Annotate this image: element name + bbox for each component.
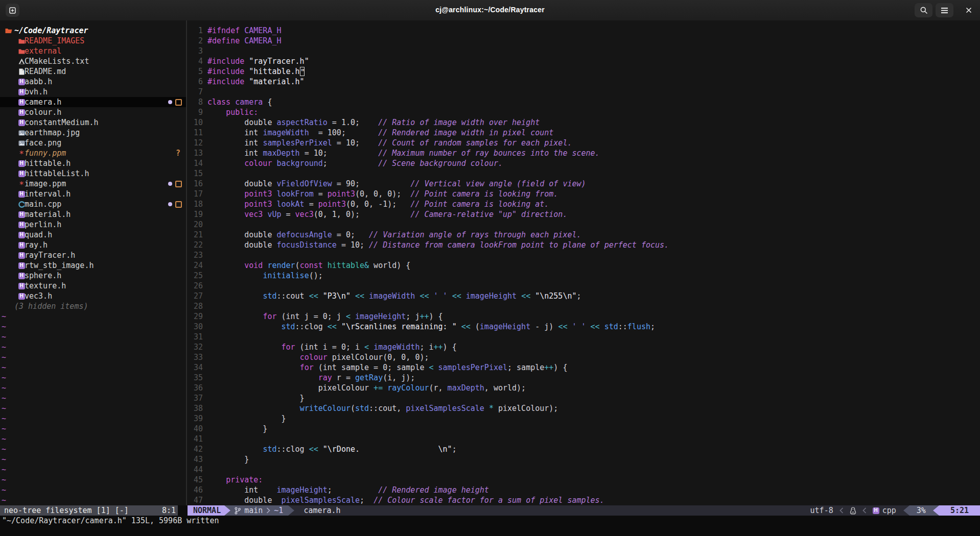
tree-item-aabb-h[interactable]: Haabb.h [0,77,186,87]
tree-item-vec3-h[interactable]: Hvec3.h [0,291,186,301]
code-line[interactable]: 35 ray r = getRay(i, j); [187,373,979,383]
line-text: double pixelSamplesScale; // Colour scal… [207,495,604,505]
powerline-separator [933,505,939,516]
empty-buffer-line: ~ [0,383,186,393]
code-line[interactable]: 34 for (int sample = 0; sample < samples… [187,362,979,373]
code-line[interactable]: 38 writeColour(std::cout, pixelSamplesSc… [187,403,979,413]
code-line[interactable]: 29 for (int j = 0; j < imageHeight; j++)… [187,311,979,322]
tree-item-constantmedium-h[interactable]: HconstantMedium.h [0,117,186,128]
empty-buffer-line: ~ [0,444,186,454]
tree-item-interval-h[interactable]: Hinterval.h [0,189,186,199]
line-text: for (int j = 0; j < imageHeight; j++) { [207,311,443,322]
code-line[interactable]: 47 double pixelSamplesScale; // Colour s… [187,495,979,505]
tree-item-hittablelist-h[interactable]: HhittableList.h [0,168,186,179]
code-line[interactable]: 41 [187,434,979,444]
menu-button[interactable] [936,3,953,17]
code-line[interactable]: 18 point3 lookAt = point3(0, 0, -1); // … [187,199,979,209]
code-line[interactable]: 39 } [187,413,979,424]
tree-item-perlin-h[interactable]: Hperlin.h [0,220,186,230]
code-line[interactable]: 19 vec3 vUp = vec3(0, 1, 0); // Camera-r… [187,209,979,220]
editor-buffer[interactable]: 1#ifndef CAMERA_H2#define CAMERA_H34#inc… [187,26,979,505]
tree-item-earthmap-jpg[interactable]: earthmap.jpg [0,128,186,138]
code-line[interactable]: 28 [187,301,979,311]
code-line[interactable]: 1#ifndef CAMERA_H [187,26,979,36]
code-line[interactable]: 40 } [187,424,979,434]
line-text: int imageHeight; // Rendered image heigh… [207,485,489,495]
tree-item-image-ppm[interactable]: *image.ppm [0,179,186,189]
empty-buffer-line: ~ [0,424,186,434]
tree-item-code-raytracer[interactable]: ~/Code/Raytracer [0,26,186,36]
line-number: 39 [187,413,203,424]
file-tree[interactable]: ~/Code/RaytracerREADME_IMAGESexternalCMa… [0,26,186,505]
powerline-separator [224,505,230,516]
code-line[interactable]: 23 [187,250,979,260]
code-line[interactable]: 43 } [187,454,979,465]
code-line[interactable]: 17 point3 lookFrom = point3(0, 0, 0); //… [187,189,979,199]
h-icon: H [18,160,25,167]
tree-item-readme-images[interactable]: README_IMAGES [0,36,186,46]
tree-item-hittable-h[interactable]: Hhittable.h [0,158,186,168]
code-line[interactable]: 5#include "hittable.h" [187,66,979,77]
code-line[interactable]: 25 initialise(); [187,271,979,281]
tree-item-raytracer-h[interactable]: HrayTracer.h [0,250,186,260]
code-line[interactable]: 2#define CAMERA_H [187,36,979,46]
filetype-label: cpp [882,505,896,516]
close-button[interactable] [961,3,976,17]
code-line[interactable]: 45 private: [187,475,979,485]
tree-item-main-cpp[interactable]: main.cpp [0,199,186,209]
search-button[interactable] [915,3,932,17]
code-line[interactable]: 8class camera { [187,97,979,107]
line-number: 9 [187,107,203,117]
code-line[interactable]: 27 std::cout << "P3\n" << imageWidth << … [187,291,979,301]
tree-item-face-png[interactable]: face.png [0,138,186,148]
code-line[interactable]: 44 [187,465,979,475]
tree-item-material-h[interactable]: Hmaterial.h [0,209,186,220]
code-line[interactable]: 12 int samplesPerPixel = 10; // Count of… [187,138,979,148]
harpoon-indicator: ~1 [274,505,283,516]
code-line[interactable]: 7 [187,87,979,97]
code-line[interactable]: 42 std::clog << "\rDone. \n"; [187,444,979,454]
tree-item-ray-h[interactable]: Hray.h [0,240,186,250]
tree-item-readme-md[interactable]: README.md [0,66,186,77]
code-line[interactable]: 20 [187,220,979,230]
code-line[interactable]: 6#include "material.h" [187,77,979,87]
code-line[interactable]: 14 colour background; // Scene backgroun… [187,158,979,168]
code-line[interactable]: 4#include "rayTracer.h" [187,56,979,66]
code-line[interactable]: 30 std::clog << "\rScanlines remaining: … [187,322,979,332]
code-line[interactable]: 33 colour pixelColour(0, 0, 0); [187,352,979,362]
tree-item-label: ~/Code/Raytracer [14,26,88,36]
code-line[interactable]: 31 [187,332,979,342]
tree-item-bvh-h[interactable]: Hbvh.h [0,87,186,97]
code-line[interactable]: 9 public: [187,107,979,117]
code-line[interactable]: 22 double focusDistance = 10; // Distanc… [187,240,979,250]
code-line[interactable]: 46 int imageHeight; // Rendered image he… [187,485,979,495]
code-line[interactable]: 21 double defocusAngle = 0; // Variation… [187,230,979,240]
code-line[interactable]: 36 pixelColour += rayColour(r, maxDepth,… [187,383,979,393]
tree-item-funny-ppm[interactable]: *funny.ppm? [0,148,186,158]
tree-item-cmakelists-txt[interactable]: CMakeLists.txt [0,56,186,66]
tree-item-colour-h[interactable]: Hcolour.h [0,107,186,117]
code-line[interactable]: 26 [187,281,979,291]
tree-item-3-hidden-items[interactable]: (3 hidden items) [0,301,186,311]
tree-item-rtw-stb-image-h[interactable]: Hrtw_stb_image.h [0,260,186,271]
code-line[interactable]: 16 double vFieldOfView = 90; // Vertical… [187,179,979,189]
tree-item-camera-h[interactable]: Hcamera.h [0,97,186,107]
line-text: #include "rayTracer.h" [207,56,309,66]
line-number: 2 [187,36,203,46]
tree-item-label: texture.h [25,281,66,291]
tree-item-texture-h[interactable]: Htexture.h [0,281,186,291]
code-line[interactable]: 10 double aspectRatio = 1.0; // Ratio of… [187,117,979,128]
code-line[interactable]: 3 [187,46,979,56]
code-line[interactable]: 15 [187,168,979,179]
message-area: "~/Code/Raytracer/camera.h" 135L, 5996B … [0,516,980,536]
code-line[interactable]: 32 for (int i = 0; i < imageWidth; i++) … [187,342,979,352]
tree-item-quad-h[interactable]: Hquad.h [0,230,186,240]
tree-item-sphere-h[interactable]: Hsphere.h [0,271,186,281]
line-number: 21 [187,230,203,240]
tree-item-external[interactable]: external [0,46,186,56]
code-line[interactable]: 24 void render(const hittable& world) { [187,260,979,271]
code-line[interactable]: 11 int imageWidth = 100; // Rendered ima… [187,128,979,138]
line-text: #ifndef CAMERA_H [207,26,282,36]
code-line[interactable]: 37 } [187,393,979,403]
code-line[interactable]: 13 int maxDepth = 10; // Maximum number … [187,148,979,158]
